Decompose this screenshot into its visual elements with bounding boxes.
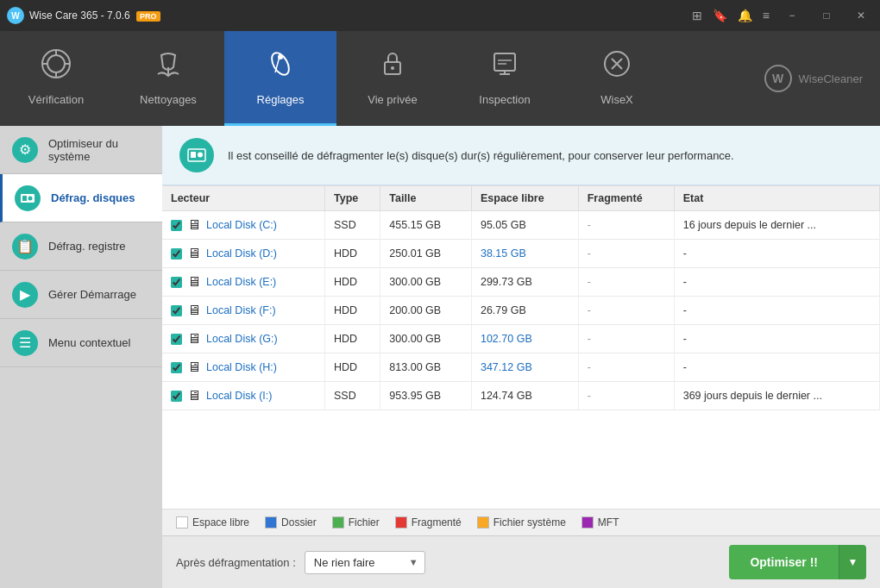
disk-name: Local Disk (G:) [206,333,278,345]
cell-fragmented: - [578,211,674,240]
titlebar-title: Wise Care 365 - 7.0.6 PRO [29,9,160,22]
sidebar-label-gerer-demarrage: Gérer Démarrage [48,288,136,301]
sidebar-item-optimiseur[interactable]: ⚙ Optimiseur du système [0,126,162,174]
cell-type: HDD [324,297,380,325]
cell-free: 124.74 GB [471,382,578,410]
legend-color-swatch [581,516,594,529]
info-banner: Il est conseillé de défragmenter le(s) d… [162,126,880,185]
optimize-dropdown-button[interactable]: ▼ [839,545,866,579]
nav-label-inspection: Inspection [479,93,530,106]
cell-fragmented: - [578,353,674,382]
disk-name: Local Disk (E:) [206,276,276,288]
close-button[interactable]: ✕ [849,3,873,28]
cell-type: SSD [324,211,380,240]
disk-checkbox-5[interactable] [171,362,182,373]
nav-item-reglages[interactable]: Réglages [224,31,336,126]
cell-lecteur: 🖥 Local Disk (D:) [162,240,324,268]
table-row[interactable]: 🖥 Local Disk (H:) HDD 813.00 GB 347.12 G… [162,353,880,382]
nav-item-vie-privee[interactable]: Vie privée [336,31,449,126]
titlebar-icons: ⊞ 🔖 🔔 ≡ − □ ✕ [692,3,873,28]
svg-rect-11 [494,53,515,71]
nav-label-reglages: Réglages [257,93,305,106]
disk-checkbox-0[interactable] [171,220,182,231]
cell-type: HDD [324,325,380,353]
disk-checkbox-2[interactable] [171,277,182,288]
defrag-action-select[interactable]: Ne rien faireÉteindreRedémarrerVeille [305,551,425,574]
disk-name: Local Disk (C:) [206,219,277,231]
cell-free: 347.12 GB [471,353,578,382]
col-taille: Taille [380,186,472,211]
nav-item-inspection[interactable]: Inspection [449,31,561,126]
sidebar-item-defrag-disques[interactable]: Défrag. disques [0,174,162,222]
svg-point-19 [28,196,33,200]
disk-drive-icon: 🖥 [187,217,201,233]
banner-text: Il est conseillé de défragmenter le(s) d… [228,149,734,162]
optimize-btn-group: Optimiser !! ▼ [729,545,866,579]
nav-label-wisex: WiseX [600,93,633,106]
disk-drive-icon: 🖥 [187,303,201,318]
bookmark-icon[interactable]: 🔖 [713,9,727,22]
sidebar-item-gerer-demarrage[interactable]: ▶ Gérer Démarrage [0,271,162,319]
app-icon: W [7,7,24,24]
table-row[interactable]: 🖥 Local Disk (F:) HDD 200.00 GB 26.79 GB… [162,297,880,325]
maximize-button[interactable]: □ [814,3,839,28]
table-row[interactable]: 🖥 Local Disk (I:) SSD 953.95 GB 124.74 G… [162,382,880,410]
optimize-button[interactable]: Optimiser !! [729,545,839,579]
minimize-button[interactable]: − [780,3,804,28]
nav-item-nettoyages[interactable]: Nettoyages [112,31,224,126]
disk-drive-icon: 🖥 [187,388,201,403]
cell-type: HDD [324,353,380,382]
table-header-row: Lecteur Type Taille Espace libre Fragmen… [162,186,880,211]
legend-bar: Espace libreDossierFichierFragmentéFichi… [162,509,880,535]
table-row[interactable]: 🖥 Local Disk (D:) HDD 250.01 GB 38.15 GB… [162,240,880,268]
list-icon[interactable]: ≡ [763,9,770,22]
disk-drive-icon: 🖥 [187,274,201,290]
grid-icon[interactable]: ⊞ [692,9,702,22]
bell-icon[interactable]: 🔔 [738,9,752,22]
nav-item-wisex[interactable]: WiseX [561,31,673,126]
nav-label-nettoyages: Nettoyages [140,93,197,106]
legend-label: Fichier système [493,516,566,529]
cell-type: HDD [324,268,380,297]
cell-state: 369 jours depuis le dernier ... [674,382,879,410]
disk-checkbox-6[interactable] [171,391,182,402]
svg-rect-21 [191,152,196,158]
disk-checkbox-1[interactable] [171,248,182,260]
cell-state: 16 jours depuis le dernier ... [674,211,879,240]
wisecleaner-brand: W WiseCleaner [747,31,880,126]
disk-drive-icon: 🖥 [187,360,201,375]
cell-state: - [674,353,879,382]
legend-item: Fichier [332,516,380,529]
cell-free: 38.15 GB [471,240,578,268]
nav-label-vie-privee: Vie privée [368,93,418,106]
cell-lecteur: 🖥 Local Disk (I:) [162,382,324,410]
legend-label: Fichier [349,516,380,529]
disk-checkbox-3[interactable] [171,305,182,316]
table-row[interactable]: 🖥 Local Disk (E:) HDD 300.00 GB 299.73 G… [162,268,880,297]
col-etat: Etat [674,186,879,211]
disk-checkbox-4[interactable] [171,334,182,345]
table-row[interactable]: 🖥 Local Disk (C:) SSD 455.15 GB 95.05 GB… [162,211,880,240]
col-espace-libre: Espace libre [471,186,578,211]
cell-free: 299.73 GB [471,268,578,297]
nav-item-verification[interactable]: Vérification [0,31,112,126]
bottom-bar: Après défragmentation : Ne rien faireÉte… [162,535,880,588]
sidebar-item-menu-contextuel[interactable]: ☰ Menu contextuel [0,319,162,367]
sidebar: ⚙ Optimiseur du système Défrag. disques … [0,126,162,588]
navbar: Vérification Nettoyages Réglages Vie pri… [0,31,880,126]
cell-fragmented: - [578,297,674,325]
table-row[interactable]: 🖥 Local Disk (G:) HDD 300.00 GB 102.70 G… [162,325,880,353]
sidebar-item-defrag-registre[interactable]: 📋 Défrag. registre [0,222,162,271]
cell-lecteur: 🖥 Local Disk (F:) [162,297,324,325]
legend-label: Dossier [281,516,317,529]
disk-table-container[interactable]: Lecteur Type Taille Espace libre Fragmen… [162,185,880,509]
pro-badge: PRO [136,11,160,22]
optimiseur-icon: ⚙ [12,137,38,163]
cell-state: - [674,325,879,353]
cell-size: 455.15 GB [380,211,472,240]
legend-item: Fichier système [477,516,566,529]
defrag-registre-icon: 📋 [12,234,38,260]
content-area: Il est conseillé de défragmenter le(s) d… [162,126,880,588]
cell-size: 250.01 GB [380,240,472,268]
sidebar-label-menu-contextuel: Menu contextuel [48,336,130,349]
